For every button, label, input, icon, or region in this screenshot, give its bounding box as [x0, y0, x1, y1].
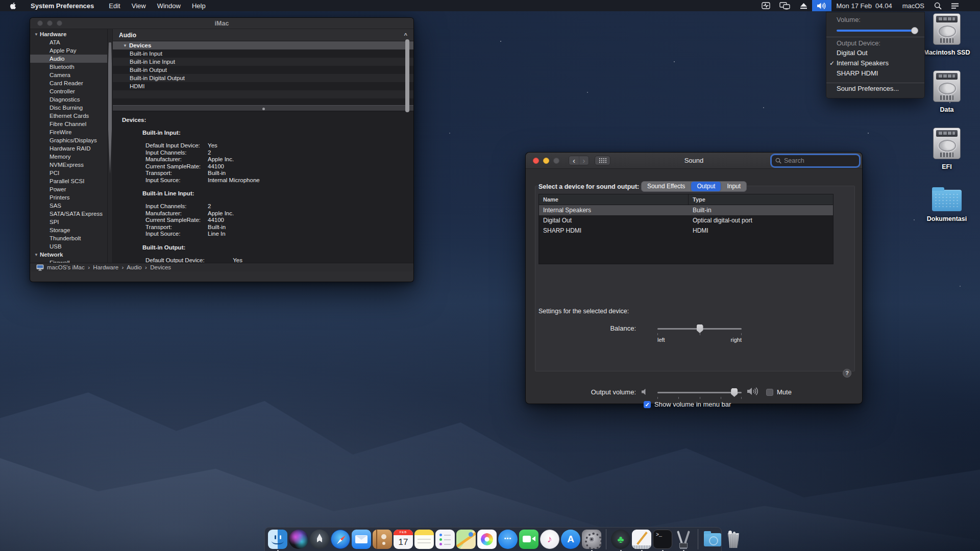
split-handle[interactable]	[113, 105, 413, 111]
sidebar-item-fibre-channel[interactable]: Fibre Channel	[30, 120, 107, 128]
sidebar-item-printers[interactable]: Printers	[30, 193, 107, 202]
tree-group-devices[interactable]: ▼Devices	[113, 41, 413, 49]
sidebar-item-power[interactable]: Power	[30, 185, 107, 193]
sidebar-group-hardware[interactable]: ▼Hardware	[30, 30, 107, 38]
sidebar-item-ata[interactable]: ATA	[30, 38, 107, 46]
sidebar-item-firewall[interactable]: Firewall	[30, 259, 107, 263]
dock-mail[interactable]	[352, 529, 371, 549]
output-device-internal-speakers[interactable]: ✓Internal Speakers	[826, 58, 924, 68]
column-header-type[interactable]: Type	[689, 194, 833, 205]
dock-contacts[interactable]	[373, 529, 392, 549]
sidebar-item-sata-sata-express[interactable]: SATA/SATA Express	[30, 210, 107, 218]
tree-item-built-in-line-input[interactable]: Built-in Line Input	[113, 58, 413, 66]
search-field[interactable]: Search	[772, 155, 859, 166]
sidebar-item-usb[interactable]: USB	[30, 242, 107, 251]
sound-preferences-menu-item[interactable]: Sound Preferences...	[826, 83, 924, 94]
menu-volume-knob[interactable]	[911, 27, 918, 34]
disclosure-triangle-icon[interactable]: ▼	[34, 31, 38, 39]
menu-clock[interactable]: Mon 17 Feb 04.04	[831, 2, 897, 10]
sidebar-item-firewire[interactable]: FireWire	[30, 128, 107, 136]
sidebar-item-spi[interactable]: SPI	[30, 218, 107, 226]
disclosure-triangle-icon[interactable]: ▼	[34, 251, 38, 259]
column-header-name[interactable]: Name	[539, 194, 689, 205]
menu-item-help[interactable]: Help	[186, 0, 211, 11]
tab-sound-effects[interactable]: Sound Effects	[642, 182, 692, 191]
menu-volume-slider[interactable]	[837, 30, 917, 32]
dock-finder[interactable]	[268, 529, 287, 549]
menu-app-name[interactable]: System Preferences	[26, 2, 99, 10]
sidebar-item-card-reader[interactable]: Card Reader	[30, 79, 107, 87]
eject-icon[interactable]	[795, 0, 812, 11]
dock-itunes[interactable]: ♪	[540, 529, 559, 549]
dock-clover[interactable]: ♣	[611, 529, 630, 549]
dock-folder[interactable]	[703, 529, 722, 549]
close-button[interactable]	[533, 158, 539, 164]
displays-icon[interactable]	[775, 0, 795, 11]
minimize-button[interactable]	[543, 158, 549, 164]
sidebar-item-ethernet-cards[interactable]: Ethernet Cards	[30, 112, 107, 120]
disclosure-triangle-icon[interactable]: ▼	[123, 42, 127, 50]
dock-safari[interactable]	[331, 529, 350, 549]
dock-maciasl[interactable]	[632, 529, 651, 549]
system-information-titlebar[interactable]: iMac	[30, 18, 413, 29]
tree-item-built-in-input[interactable]: Built-in Input	[113, 49, 413, 58]
output-volume-slider-thumb[interactable]	[731, 388, 738, 397]
show-volume-checkbox[interactable]: ✓	[644, 401, 651, 408]
dock-calendar[interactable]: FEB17	[394, 529, 413, 549]
close-button[interactable]	[37, 20, 43, 26]
sidebar-item-bluetooth[interactable]: Bluetooth	[30, 63, 107, 71]
menu-item-window[interactable]: Window	[152, 0, 186, 11]
dock-photos[interactable]	[477, 529, 497, 549]
table-row-digital-out[interactable]: Digital OutOptical digital-out port	[539, 215, 833, 226]
sidebar-item-graphics-displays[interactable]: Graphics/Displays	[30, 136, 107, 144]
dock-appstore[interactable]: A	[561, 529, 580, 549]
sidebar-item-hardware-raid[interactable]: Hardware RAID	[30, 144, 107, 153]
desktop-icon-data[interactable]: Data	[917, 70, 976, 114]
collapse-chevron-icon[interactable]: ^	[404, 32, 407, 38]
sidebar-item-diagnostics[interactable]: Diagnostics	[30, 95, 107, 104]
dock-facetime[interactable]	[519, 529, 538, 549]
menu-item-view[interactable]: View	[126, 0, 152, 11]
sidebar-item-apple-pay[interactable]: Apple Pay	[30, 46, 107, 55]
sidebar-item-parallel-scsi[interactable]: Parallel SCSI	[30, 177, 107, 185]
table-row-sharp-hdmi[interactable]: SHARP HDMIHDMI	[539, 226, 833, 236]
sidebar-item-sas[interactable]: SAS	[30, 202, 107, 210]
zoom-button[interactable]	[553, 158, 559, 164]
dock-messages[interactable]: •••	[498, 529, 518, 549]
dock-siri[interactable]	[289, 529, 308, 549]
dock-reminders[interactable]	[435, 529, 455, 549]
sidebar-item-nvmexpress[interactable]: NVMExpress	[30, 161, 107, 169]
tree-item-hdmi[interactable]: HDMI	[113, 82, 413, 90]
forward-button[interactable]: ›	[579, 156, 589, 165]
table-row-internal-speakers[interactable]: Internal SpeakersBuilt-in	[539, 205, 833, 215]
apple-menu-icon[interactable]	[0, 0, 26, 11]
show-all-button[interactable]	[595, 156, 610, 165]
notification-list-icon[interactable]	[946, 0, 964, 11]
sidebar-item-storage[interactable]: Storage	[30, 226, 107, 234]
output-device-digital-out[interactable]: Digital Out	[826, 48, 924, 58]
dock-ioreg[interactable]	[674, 529, 693, 549]
dock-terminal[interactable]: >_	[653, 529, 672, 549]
zoom-button[interactable]	[57, 20, 62, 26]
desktop-icon-macintosh-ssd[interactable]: Macintosh SSD	[917, 13, 976, 57]
menu-item-edit[interactable]: Edit	[103, 0, 126, 11]
sidebar-item-audio[interactable]: Audio	[30, 55, 107, 63]
activity-icon[interactable]	[757, 0, 775, 11]
spotlight-icon[interactable]	[929, 0, 946, 11]
desktop-icon-dokumentasi[interactable]: Dokumentasi	[917, 185, 976, 223]
sound-titlebar[interactable]: ‹ › Sound Search	[526, 153, 862, 169]
dock-trash[interactable]	[724, 529, 743, 549]
sidebar-item-disc-burning[interactable]: Disc Burning	[30, 104, 107, 112]
dock-maps[interactable]	[456, 529, 476, 549]
back-button[interactable]: ‹	[569, 156, 579, 165]
sidebar-group-network[interactable]: ▼Network	[30, 251, 107, 259]
sidebar-scrollbar[interactable]	[108, 29, 113, 263]
tree-item-built-in-output[interactable]: Built-in Output	[113, 66, 413, 74]
dock-launchpad[interactable]	[310, 529, 329, 549]
sidebar-item-memory[interactable]: Memory	[30, 153, 107, 161]
tree-item-built-in-digital-output[interactable]: Built-in Digital Output	[113, 74, 413, 82]
sidebar-item-thunderbolt[interactable]: Thunderbolt	[30, 234, 107, 242]
tab-input[interactable]: Input	[721, 182, 746, 191]
balance-slider[interactable]	[657, 328, 742, 330]
volume-icon[interactable]	[812, 0, 831, 11]
